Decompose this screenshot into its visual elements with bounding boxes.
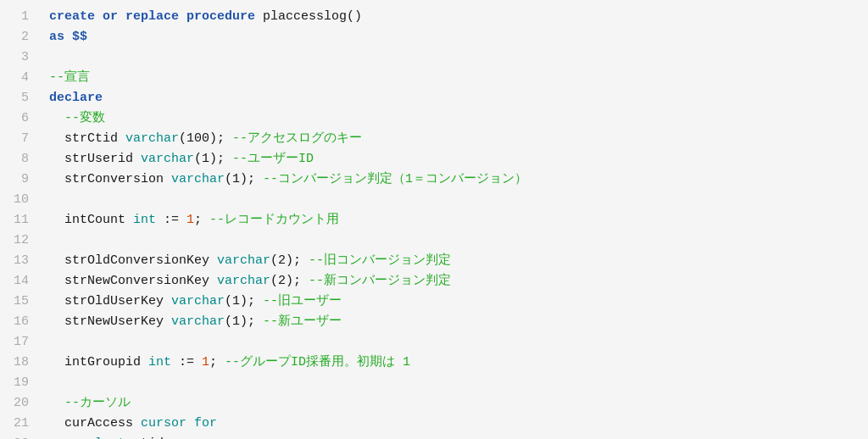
token-plain: intCount [49, 213, 133, 227]
token-kw-teal: varchar [141, 152, 194, 166]
line-number: 16 [14, 312, 29, 332]
token-plain: (1); [225, 172, 263, 186]
code-line [49, 190, 861, 210]
line-number: 2 [14, 27, 29, 47]
line-number: 21 [14, 414, 29, 434]
line-number: 4 [14, 68, 29, 88]
token-kw-blue: declare [49, 91, 103, 105]
code-line [49, 47, 861, 68]
token-plain: (100); [179, 131, 232, 146]
token-plain: (1); [225, 294, 263, 308]
line-number: 5 [14, 88, 29, 108]
code-line: intGroupid int := 1; --グループID採番用。初期は 1 [49, 353, 861, 373]
token-comment: --レコードカウント用 [209, 213, 339, 227]
token-plain: strOldConversionKey [49, 253, 217, 268]
line-number: 18 [14, 353, 29, 373]
token-comment: --カーソル [49, 396, 131, 410]
token-comment: --新コンバージョン判定 [309, 274, 451, 288]
token-plain: strUserid [49, 152, 141, 166]
line-number-gutter: 12345678910111213141516171819202122 [0, 7, 42, 439]
token-plain: := [171, 355, 202, 370]
line-number: 22 [14, 434, 29, 439]
token-comment: --旧ユーザー [263, 294, 342, 308]
code-line: strUserid varchar(1); --ユーザーID [49, 149, 861, 169]
token-plain: := [156, 213, 186, 227]
token-kw-blue: create or replace procedure [49, 9, 263, 24]
token-number: 1 [186, 213, 194, 227]
code-line [49, 373, 861, 393]
code-line: curAccess cursor for [49, 414, 861, 434]
token-kw-teal: varchar [217, 253, 270, 268]
code-line: strOldUserKey varchar(1); --旧ユーザー [49, 292, 861, 312]
token-kw-teal: varchar [171, 294, 225, 308]
code-content: create or replace procedure placcesslog(… [42, 7, 868, 439]
code-line: select ctid [49, 434, 861, 439]
line-number: 9 [14, 169, 29, 190]
code-line: --カーソル [49, 393, 861, 414]
line-number: 13 [14, 251, 29, 271]
token-comment: --コンバージョン判定（1＝コンバージョン） [263, 172, 527, 186]
token-kw-teal: varchar [217, 274, 270, 288]
code-line: strNewUserKey varchar(1); --新ユーザー [49, 312, 861, 332]
token-plain: (2); [270, 253, 309, 268]
token-comment: --旧コンバージョン判定 [309, 253, 451, 268]
token-plain: curAccess [49, 416, 141, 431]
code-line: strCtid varchar(100); --アクセスログのキー [49, 129, 861, 149]
token-kw-teal: varchar [171, 172, 225, 186]
token-plain: intGroupid [49, 355, 148, 370]
token-comment: --グループID採番用。初期は 1 [225, 355, 410, 370]
line-number: 6 [14, 108, 29, 129]
token-plain: placcesslog() [263, 9, 362, 24]
token-kw-teal: int [148, 355, 171, 370]
code-line: strOldConversionKey varchar(2); --旧コンバージ… [49, 251, 861, 271]
code-line: declare [49, 88, 861, 108]
code-line: strConversion varchar(1); --コンバージョン判定（1＝… [49, 169, 861, 190]
token-plain: strConversion [49, 172, 171, 186]
line-number: 15 [14, 292, 29, 312]
line-number: 17 [14, 332, 29, 353]
code-line [49, 332, 861, 353]
line-number: 14 [14, 271, 29, 292]
token-plain: (1); [225, 314, 263, 329]
line-number: 20 [14, 393, 29, 414]
line-number: 1 [14, 7, 29, 27]
code-line: intCount int := 1; --レコードカウント用 [49, 210, 861, 231]
token-number: 1 [202, 355, 209, 370]
code-line: --宣言 [49, 68, 861, 88]
token-comment: --ユーザーID [232, 152, 314, 166]
code-line [49, 231, 861, 251]
line-number: 3 [14, 47, 29, 68]
line-number: 12 [14, 231, 29, 251]
token-kw-teal: cursor for [141, 416, 217, 431]
token-kw-teal: varchar [171, 314, 225, 329]
token-kw-teal: varchar [125, 131, 179, 146]
token-kw-blue: as [49, 30, 72, 44]
code-line: strNewConversionKey varchar(2); --新コンバージ… [49, 271, 861, 292]
code-line: --変数 [49, 108, 861, 129]
token-plain: (2); [270, 274, 309, 288]
token-plain: strNewUserKey [49, 314, 171, 329]
line-number: 19 [14, 373, 29, 393]
token-plain: ; [194, 213, 209, 227]
token-comment: --アクセスログのキー [232, 131, 362, 146]
token-plain: strOldUserKey [49, 294, 171, 308]
token-plain: strNewConversionKey [49, 274, 217, 288]
token-comment: --宣言 [49, 70, 90, 85]
code-line: create or replace procedure placcesslog(… [49, 7, 861, 27]
token-comment: --変数 [49, 111, 105, 125]
token-comment: --新ユーザー [263, 314, 342, 329]
token-kw-teal: int [133, 213, 156, 227]
line-number: 8 [14, 149, 29, 169]
token-dollar: $$ [72, 30, 87, 44]
token-plain: strCtid [49, 131, 125, 146]
code-line: as $$ [49, 27, 861, 47]
code-editor: 12345678910111213141516171819202122 crea… [0, 0, 868, 439]
line-number: 11 [14, 210, 29, 231]
token-plain: (1); [194, 152, 232, 166]
token-plain: ; [209, 355, 225, 370]
line-number: 10 [14, 190, 29, 210]
line-number: 7 [14, 129, 29, 149]
